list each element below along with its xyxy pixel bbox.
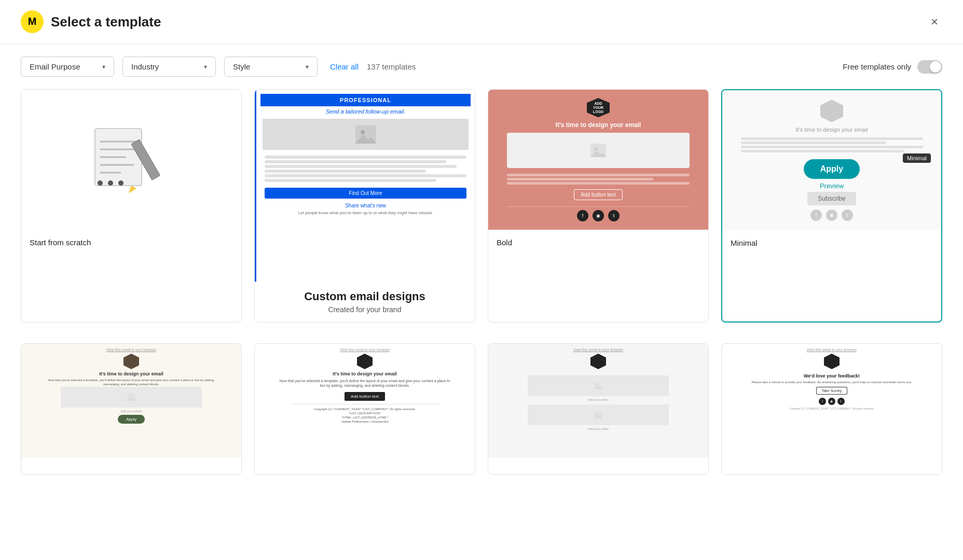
page-title: Select a template bbox=[51, 14, 161, 30]
white1-inner: View this email in your browser It's tim… bbox=[277, 348, 452, 424]
filters-bar: Email Purpose ▾ Industry ▾ Style ▾ Clear… bbox=[0, 44, 963, 89]
custom-name: Custom email designs bbox=[263, 290, 466, 303]
bold-text-block bbox=[507, 172, 690, 186]
survey-facebook-icon: f bbox=[819, 398, 826, 405]
tan-photo-box bbox=[61, 387, 201, 408]
template-survey[interactable]: View this email in your browser We'd lov… bbox=[721, 343, 942, 475]
white1-copyright: Copyright (C) *CURRENT_YEAR* *LIST_COMPA… bbox=[314, 408, 416, 412]
custom-share-title: Share what's new bbox=[263, 203, 469, 208]
industry-label: Industry bbox=[131, 62, 159, 71]
custom-text-block bbox=[260, 152, 471, 186]
survey-view-link: View this email in your browser bbox=[807, 348, 857, 352]
survey-preview: View this email in your browser We'd lov… bbox=[722, 344, 942, 458]
gray-view-link: View this email in your browser bbox=[573, 348, 623, 352]
gray-preview: View this email in your browser Add your… bbox=[488, 344, 708, 458]
survey-socials: f ◉ 𝕥 bbox=[819, 398, 845, 405]
survey-inner: View this email in your browser We'd lov… bbox=[738, 348, 925, 410]
tan-apply-btn: Apply bbox=[118, 415, 145, 424]
template-custom[interactable]: PROFESSIONAL Send a tailored follow-up e… bbox=[254, 89, 475, 323]
white1-title: It's time to design your email bbox=[333, 371, 397, 376]
white1-footer bbox=[255, 458, 475, 474]
survey-footer bbox=[722, 458, 942, 474]
industry-chevron: ▾ bbox=[204, 63, 207, 71]
gray-photo-box2 bbox=[528, 404, 668, 425]
header-left: M Select a template bbox=[21, 10, 161, 33]
template-white1[interactable]: View this email in your browser It's tim… bbox=[254, 343, 475, 475]
survey-logo bbox=[824, 354, 840, 369]
custom-preview: PROFESSIONAL Send a tailored follow-up e… bbox=[255, 90, 475, 282]
minimal-tooltip: Minimal bbox=[903, 153, 931, 163]
custom-email-line: Send a tailored follow-up email. bbox=[260, 108, 471, 115]
survey-desc: Please take a minute to provide your fee… bbox=[751, 381, 912, 385]
bold-twitter-icon: 𝕥 bbox=[608, 210, 620, 221]
minimal-desc-block bbox=[741, 136, 923, 154]
page-header: M Select a template × bbox=[0, 0, 963, 44]
email-purpose-label: Email Purpose bbox=[30, 62, 80, 71]
white1-logo bbox=[357, 354, 373, 369]
tan-view-link: View this email in your browser bbox=[106, 348, 156, 352]
bold-name: Bold bbox=[497, 238, 512, 247]
templates-grid-row1: Start from scratch PROFESSIONAL Send a t… bbox=[0, 89, 963, 343]
free-templates-toggle-group: Free templates only bbox=[843, 60, 942, 74]
gray-footer bbox=[488, 458, 708, 474]
svg-point-20 bbox=[129, 395, 131, 397]
svg-point-26 bbox=[596, 413, 598, 415]
custom-subtitle: Created for your brand bbox=[263, 305, 466, 314]
template-tan[interactable]: View this email in your browser It's tim… bbox=[21, 343, 242, 475]
email-purpose-dropdown[interactable]: Email Purpose ▾ bbox=[21, 57, 114, 77]
svg-text:M: M bbox=[28, 16, 37, 27]
survey-instagram-icon: ◉ bbox=[828, 398, 835, 405]
minimal-preview-btn[interactable]: Subscribe bbox=[807, 192, 856, 205]
template-gray[interactable]: View this email in your browser Add your… bbox=[488, 343, 709, 475]
custom-professional-banner: PROFESSIONAL bbox=[260, 94, 471, 106]
bold-divider bbox=[507, 206, 690, 207]
survey-copyright: Copyright (C) *CURRENT_YEAR* *LIST_COMPA… bbox=[789, 407, 874, 410]
survey-twitter-icon: 𝕥 bbox=[837, 398, 845, 405]
bold-logo: ADDYOURLOGO bbox=[587, 98, 610, 117]
apply-button[interactable]: Apply bbox=[804, 159, 860, 179]
svg-point-11 bbox=[108, 180, 113, 186]
minimal-social-icons: f ◉ 𝕥 bbox=[810, 209, 853, 221]
minimal-logo bbox=[820, 100, 843, 122]
style-chevron: ▾ bbox=[306, 63, 309, 71]
white1-desc: Now that you've selected a template, you… bbox=[277, 379, 452, 388]
close-button[interactable]: × bbox=[927, 12, 942, 31]
svg-point-12 bbox=[118, 180, 123, 186]
minimal-facebook-icon: f bbox=[810, 209, 822, 221]
minimal-twitter-icon: 𝕥 bbox=[842, 209, 853, 221]
style-label: Style bbox=[233, 62, 250, 71]
svg-point-10 bbox=[98, 180, 103, 186]
industry-dropdown[interactable]: Industry ▾ bbox=[122, 57, 216, 77]
template-scratch[interactable]: Start from scratch bbox=[21, 89, 242, 323]
custom-card-footer: Custom email designs Created for your br… bbox=[255, 282, 475, 322]
svg-point-17 bbox=[594, 147, 597, 150]
scratch-preview bbox=[21, 90, 241, 230]
bold-image-area bbox=[507, 133, 690, 168]
custom-preview-inner: PROFESSIONAL Send a tailored follow-up e… bbox=[256, 90, 475, 282]
minimal-instagram-icon: ◉ bbox=[826, 209, 837, 221]
white1-address: *HTML_LIST_ADDRESS_HTML* bbox=[341, 416, 388, 420]
bold-design-title: It's time to design your email bbox=[556, 121, 641, 129]
tan-add-photo-text: Add your photo bbox=[121, 410, 142, 413]
gray-logo bbox=[590, 354, 606, 369]
gray-add-photo-text2: Add your photo bbox=[588, 427, 609, 430]
tan-footer bbox=[21, 458, 241, 474]
bold-card-footer: Bold bbox=[488, 230, 708, 256]
templates-grid-row2: View this email in your browser It's tim… bbox=[0, 343, 963, 496]
scratch-card-footer: Start from scratch bbox=[21, 230, 241, 256]
tan-body: Now that you've selected a template, you… bbox=[43, 379, 219, 387]
svg-point-14 bbox=[361, 130, 365, 134]
minimal-card-footer: Minimal bbox=[722, 230, 941, 256]
free-templates-toggle[interactable] bbox=[917, 60, 942, 74]
bold-facebook-icon: f bbox=[577, 210, 588, 221]
white1-view-link: View this email in your browser bbox=[340, 348, 390, 352]
template-minimal[interactable]: It's time to design your email Apply Min… bbox=[721, 89, 942, 323]
style-dropdown[interactable]: Style ▾ bbox=[224, 57, 318, 77]
template-bold[interactable]: ADDYOURLOGO It's time to design your ema… bbox=[488, 89, 709, 323]
bold-instagram-icon: ◉ bbox=[593, 210, 604, 221]
minimal-preview-link[interactable]: Preview bbox=[820, 182, 844, 190]
svg-point-23 bbox=[596, 384, 598, 386]
gray-inner: View this email in your browser Add your… bbox=[510, 348, 686, 430]
clear-all-button[interactable]: Clear all bbox=[330, 62, 359, 71]
tan-inner: View this email in your browser It's tim… bbox=[43, 348, 219, 424]
